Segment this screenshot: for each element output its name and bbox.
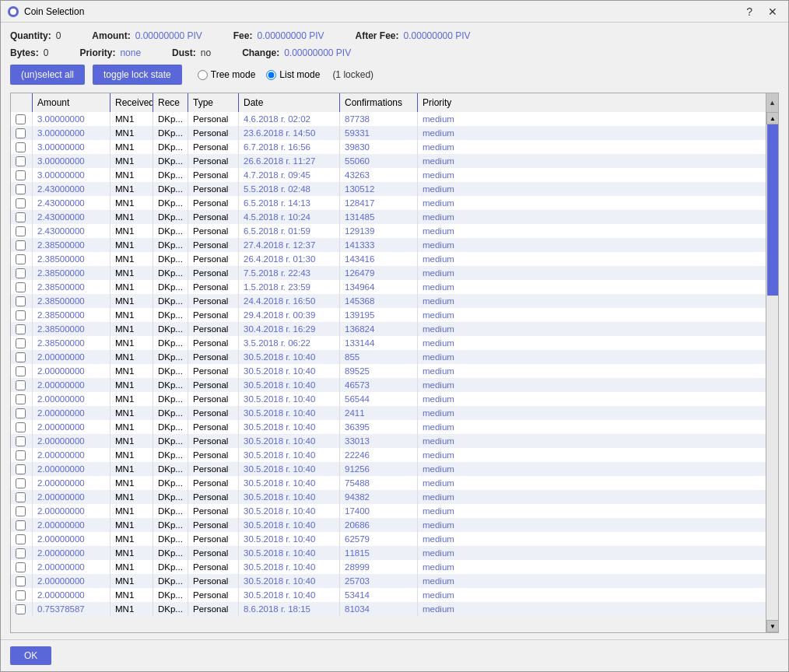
row-checkbox[interactable] bbox=[16, 394, 26, 404]
unselect-all-button[interactable]: (un)select all bbox=[10, 65, 85, 85]
toggle-lock-button[interactable]: toggle lock state bbox=[93, 65, 182, 85]
row-checkbox-cell[interactable] bbox=[11, 140, 33, 154]
row-checkbox[interactable] bbox=[16, 156, 26, 166]
row-checkbox-cell[interactable] bbox=[11, 420, 33, 434]
row-checkbox[interactable] bbox=[16, 338, 26, 348]
row-checkbox[interactable] bbox=[16, 506, 26, 516]
list-mode-option[interactable]: List mode bbox=[266, 69, 320, 80]
row-checkbox-cell[interactable] bbox=[11, 574, 33, 588]
th-confirmations[interactable]: Confirmations bbox=[340, 93, 418, 112]
th-received[interactable]: Received wi bbox=[110, 93, 153, 112]
row-checkbox-cell[interactable] bbox=[11, 308, 33, 322]
row-checkbox[interactable] bbox=[16, 212, 26, 222]
row-checkbox[interactable] bbox=[16, 492, 26, 502]
row-checkbox[interactable] bbox=[16, 170, 26, 180]
row-checkbox[interactable] bbox=[16, 478, 26, 488]
tree-mode-radio[interactable] bbox=[198, 70, 208, 80]
row-checkbox[interactable] bbox=[16, 548, 26, 558]
row-checkbox-cell[interactable] bbox=[11, 518, 33, 532]
scroll-down-button[interactable]: ▼ bbox=[766, 620, 778, 632]
row-checkbox-cell[interactable] bbox=[11, 336, 33, 350]
row-checkbox[interactable] bbox=[16, 114, 26, 124]
scroll-up-button[interactable]: ▲ bbox=[766, 112, 778, 124]
row-checkbox-cell[interactable] bbox=[11, 238, 33, 252]
list-mode-radio[interactable] bbox=[266, 70, 276, 80]
row-checkbox-cell[interactable] bbox=[11, 504, 33, 518]
scroll-track[interactable] bbox=[766, 124, 778, 620]
th-rece[interactable]: Rece bbox=[153, 93, 188, 112]
row-checkbox[interactable] bbox=[16, 198, 26, 208]
close-button[interactable]: ✕ bbox=[763, 4, 782, 19]
row-checkbox-cell[interactable] bbox=[11, 560, 33, 574]
row-checkbox-cell[interactable] bbox=[11, 532, 33, 546]
row-checkbox-cell[interactable] bbox=[11, 364, 33, 378]
scrollbar[interactable]: ▲ ▼ bbox=[766, 112, 778, 632]
row-checkbox-cell[interactable] bbox=[11, 406, 33, 420]
row-checkbox-cell[interactable] bbox=[11, 112, 33, 126]
row-checkbox[interactable] bbox=[16, 282, 26, 292]
row-checkbox[interactable] bbox=[16, 254, 26, 264]
row-amount: 2.00000000 bbox=[33, 364, 110, 378]
row-checkbox[interactable] bbox=[16, 408, 26, 418]
row-checkbox-cell[interactable] bbox=[11, 196, 33, 210]
row-checkbox-cell[interactable] bbox=[11, 588, 33, 602]
row-checkbox[interactable] bbox=[16, 520, 26, 530]
row-checkbox-cell[interactable] bbox=[11, 210, 33, 224]
row-received: MN1 bbox=[110, 504, 153, 518]
row-checkbox-cell[interactable] bbox=[11, 168, 33, 182]
row-checkbox[interactable] bbox=[16, 268, 26, 278]
th-type[interactable]: Type bbox=[188, 93, 239, 112]
row-checkbox-cell[interactable] bbox=[11, 294, 33, 308]
row-checkbox[interactable] bbox=[16, 324, 26, 334]
row-checkbox[interactable] bbox=[16, 184, 26, 194]
row-checkbox-cell[interactable] bbox=[11, 378, 33, 392]
row-checkbox-cell[interactable] bbox=[11, 322, 33, 336]
row-checkbox[interactable] bbox=[16, 226, 26, 236]
row-checkbox[interactable] bbox=[16, 296, 26, 306]
row-checkbox-cell[interactable] bbox=[11, 280, 33, 294]
row-checkbox-cell[interactable] bbox=[11, 434, 33, 448]
row-checkbox[interactable] bbox=[16, 590, 26, 600]
row-checkbox-cell[interactable] bbox=[11, 490, 33, 504]
scroll-up-header[interactable]: ▲ bbox=[766, 93, 778, 112]
row-checkbox[interactable] bbox=[16, 464, 26, 474]
row-type: Personal bbox=[188, 588, 239, 602]
row-checkbox[interactable] bbox=[16, 142, 26, 152]
row-checkbox-cell[interactable] bbox=[11, 182, 33, 196]
row-checkbox-cell[interactable] bbox=[11, 462, 33, 476]
row-checkbox[interactable] bbox=[16, 352, 26, 362]
th-date[interactable]: Date bbox=[239, 93, 340, 112]
row-checkbox-cell[interactable] bbox=[11, 266, 33, 280]
row-checkbox-cell[interactable] bbox=[11, 392, 33, 406]
row-checkbox[interactable] bbox=[16, 604, 26, 614]
row-checkbox[interactable] bbox=[16, 450, 26, 460]
row-checkbox-cell[interactable] bbox=[11, 154, 33, 168]
th-priority[interactable]: Priority bbox=[418, 93, 766, 112]
row-checkbox-cell[interactable] bbox=[11, 126, 33, 140]
row-checkbox[interactable] bbox=[16, 240, 26, 250]
row-checkbox-cell[interactable] bbox=[11, 476, 33, 490]
ok-button[interactable]: OK bbox=[10, 646, 51, 665]
row-checkbox-cell[interactable] bbox=[11, 252, 33, 266]
row-checkbox[interactable] bbox=[16, 436, 26, 446]
tree-mode-option[interactable]: Tree mode bbox=[198, 69, 256, 80]
row-type: Personal bbox=[188, 392, 239, 406]
row-checkbox-cell[interactable] bbox=[11, 602, 33, 616]
row-checkbox-cell[interactable] bbox=[11, 224, 33, 238]
row-checkbox[interactable] bbox=[16, 534, 26, 544]
row-checkbox[interactable] bbox=[16, 366, 26, 376]
row-checkbox[interactable] bbox=[16, 128, 26, 138]
row-rece: DKp... bbox=[153, 532, 188, 546]
scroll-thumb[interactable] bbox=[767, 124, 778, 296]
row-checkbox[interactable] bbox=[16, 310, 26, 320]
help-button[interactable]: ? bbox=[742, 4, 757, 19]
row-checkbox[interactable] bbox=[16, 576, 26, 586]
row-checkbox-cell[interactable] bbox=[11, 448, 33, 462]
row-checkbox-cell[interactable] bbox=[11, 546, 33, 560]
row-checkbox-cell[interactable] bbox=[11, 350, 33, 364]
row-checkbox[interactable] bbox=[16, 380, 26, 390]
row-checkbox[interactable] bbox=[16, 562, 26, 572]
row-checkbox[interactable] bbox=[16, 422, 26, 432]
row-amount: 2.43000000 bbox=[33, 210, 110, 224]
th-amount[interactable]: Amount bbox=[33, 93, 110, 112]
